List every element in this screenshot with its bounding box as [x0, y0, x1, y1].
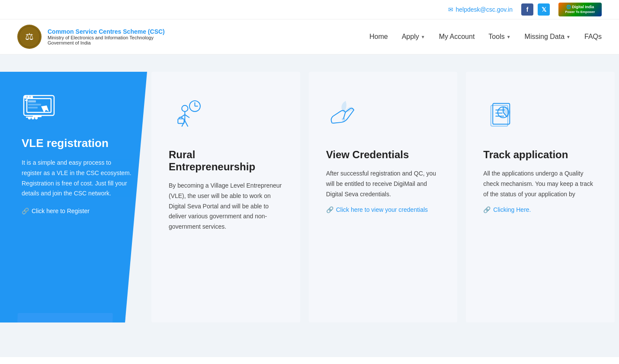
logo-text: Common Service Centres Scheme (CSC) Mini…: [48, 28, 165, 45]
svg-line-26: [343, 112, 345, 119]
social-icons: f 𝕏: [521, 3, 550, 16]
email-icon: ✉: [448, 6, 453, 13]
credentials-link-icon: 🔗: [326, 206, 334, 213]
svg-point-14: [32, 117, 34, 119]
top-bar: ✉ helpdesk@csc.gov.in f 𝕏 🌐 Digital Indi…: [0, 0, 619, 19]
svg-point-7: [31, 96, 32, 98]
nav-missingdata[interactable]: Missing Data ▼: [525, 33, 571, 41]
digital-india-logo-area: 🌐 Digital IndiaPower To Empower: [558, 3, 602, 16]
logo-sub2: Government of India: [48, 40, 165, 45]
svg-line-21: [185, 121, 188, 126]
nav-missingdata-arrow: ▼: [566, 35, 571, 39]
credentials-description: After successful registration and QC, yo…: [326, 169, 440, 199]
svg-rect-12: [28, 107, 38, 109]
card-rural: Rural Entrepreneurship By becoming a Vil…: [151, 72, 300, 322]
nav-myaccount-label: My Account: [439, 33, 475, 41]
svg-point-16: [182, 105, 188, 112]
svg-point-6: [28, 96, 29, 98]
logo-area: ⚖ Common Service Centres Scheme (CSC) Mi…: [17, 25, 165, 49]
digital-india-logo: 🌐 Digital IndiaPower To Empower: [558, 3, 602, 16]
logo-sub1: Ministry of Electronics and Information …: [48, 35, 165, 40]
nav-tools[interactable]: Tools ▼: [488, 33, 510, 41]
email-link[interactable]: ✉ helpdesk@csc.gov.in: [448, 6, 513, 13]
track-title: Track application: [483, 149, 597, 161]
card-credentials: View Credentials After successful regist…: [309, 72, 458, 322]
svg-line-19: [185, 115, 189, 118]
nav-home[interactable]: Home: [369, 33, 388, 41]
vle-register-link[interactable]: 🔗 Click here to Register: [22, 208, 131, 214]
svg-text:⚖: ⚖: [25, 31, 34, 42]
nav-faqs[interactable]: FAQs: [584, 33, 602, 41]
svg-point-13: [29, 117, 30, 119]
main-content: VLE registration It is a simple and easy…: [0, 54, 619, 357]
site-header: ⚖ Common Service Centres Scheme (CSC) Mi…: [0, 19, 619, 54]
nav-tools-arrow: ▼: [507, 35, 511, 39]
nav-apply-label: Apply: [402, 33, 419, 41]
link-icon: 🔗: [22, 208, 29, 214]
nav-faqs-label: FAQs: [584, 33, 602, 41]
svg-rect-11: [28, 104, 41, 105]
logo-title: Common Service Centres Scheme (CSC): [48, 28, 165, 35]
cards-grid: VLE registration It is a simple and easy…: [0, 72, 619, 322]
credentials-title: View Credentials: [326, 149, 440, 161]
svg-point-5: [25, 96, 26, 98]
card-track: Track application All the applications u…: [466, 72, 615, 322]
svg-rect-10: [28, 100, 36, 102]
main-nav: Home Apply ▼ My Account Tools ▼ Missing …: [369, 33, 602, 41]
track-link[interactable]: 🔗 Clicking Here.: [483, 206, 597, 213]
nav-apply[interactable]: Apply ▼: [402, 33, 425, 41]
svg-rect-27: [342, 118, 344, 120]
nav-home-label: Home: [369, 33, 388, 41]
nav-tools-label: Tools: [488, 33, 504, 41]
track-link-text: Clicking Here.: [493, 206, 531, 213]
rural-description: By becoming a Village Level Entrepreneur…: [169, 181, 283, 232]
vle-icon: [22, 93, 61, 124]
vle-title: VLE registration: [22, 137, 131, 150]
emblem-icon: ⚖: [17, 25, 42, 49]
nav-missingdata-label: Missing Data: [525, 33, 564, 41]
rural-title: Rural Entrepreneurship: [169, 149, 283, 173]
track-link-icon: 🔗: [483, 206, 491, 213]
track-description: All the applications undergo a Quality c…: [483, 169, 597, 199]
credentials-icon-area: [326, 93, 440, 137]
nav-myaccount[interactable]: My Account: [439, 33, 475, 41]
nav-apply-arrow: ▼: [421, 35, 425, 39]
svg-rect-9: [33, 115, 42, 117]
svg-point-15: [35, 117, 37, 119]
svg-rect-22: [178, 119, 184, 124]
track-icon-area: [483, 93, 597, 137]
credentials-link-text: Click here to view your credentials: [336, 206, 428, 213]
vle-link-text: Click here to Register: [32, 208, 90, 214]
facebook-icon[interactable]: f: [521, 3, 533, 16]
credentials-link[interactable]: 🔗 Click here to view your credentials: [326, 206, 440, 213]
email-text: helpdesk@csc.gov.in: [456, 6, 513, 13]
vle-description: It is a simple and easy process to regis…: [22, 158, 131, 199]
card-vle: VLE registration It is a simple and easy…: [0, 72, 147, 322]
rural-icon-area: [169, 93, 283, 137]
twitter-icon[interactable]: 𝕏: [538, 3, 550, 16]
